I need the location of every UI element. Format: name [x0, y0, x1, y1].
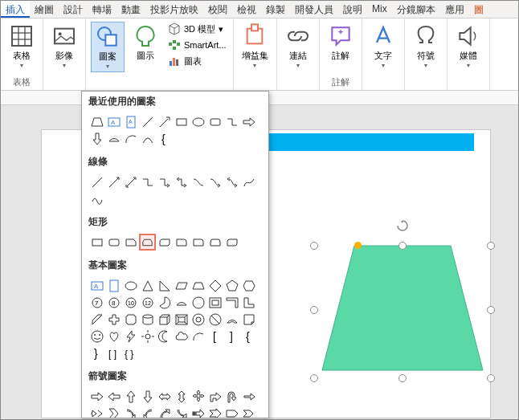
tab-view[interactable]: 檢視	[232, 1, 261, 18]
shape-arrow-notched[interactable]	[206, 405, 223, 418]
shape-arrow-misc3[interactable]	[105, 405, 122, 418]
shape-textbox-v[interactable]	[105, 277, 122, 294]
image-button[interactable]: 影像 ▾	[48, 22, 80, 71]
shape-arrow-left[interactable]	[105, 388, 122, 405]
shape-elbow[interactable]	[139, 173, 156, 190]
shape-line-arrow[interactable]	[105, 173, 122, 190]
smartart-button[interactable]: SmartArt...	[166, 38, 228, 52]
resize-handle[interactable]	[487, 374, 495, 382]
shape-trapezoid[interactable]	[88, 113, 105, 130]
shape-rect[interactable]	[88, 234, 105, 251]
shape-heart[interactable]	[105, 328, 122, 345]
shape-line-double-arrow[interactable]	[122, 173, 139, 190]
shape-arrow-bent[interactable]	[206, 388, 223, 405]
shape-brace-l[interactable]: {	[240, 328, 257, 345]
shapes-button[interactable]: 圖案 ▾	[91, 22, 125, 72]
shape-pentagon[interactable]	[223, 277, 240, 294]
comments-button[interactable]: 註解	[325, 22, 357, 62]
symbols-button[interactable]: 符號 ▾	[410, 22, 442, 71]
shape-curve[interactable]	[139, 130, 156, 147]
shape-pie[interactable]	[156, 294, 173, 311]
shape-arrow-striped[interactable]	[190, 405, 206, 418]
shape-arrow-pentagon[interactable]	[223, 405, 240, 418]
tab-mix[interactable]: Mix	[367, 1, 392, 18]
shape-heptagon[interactable]: 7	[88, 294, 105, 311]
shape-roundrect[interactable]	[206, 113, 223, 130]
media-button[interactable]: 媒體 ▾	[452, 22, 484, 71]
3dmodel-button[interactable]: 3D 模型▾	[166, 22, 228, 36]
shape-textbox[interactable]: A	[105, 113, 122, 130]
shape-snip-diag[interactable]	[156, 234, 173, 251]
shape-can[interactable]	[139, 311, 156, 328]
shape-smiley[interactable]	[88, 328, 105, 345]
chart-button[interactable]: 圖表	[166, 54, 228, 68]
resize-handle[interactable]	[398, 374, 407, 382]
shape-bevel[interactable]	[173, 311, 190, 328]
shape-line[interactable]	[139, 113, 156, 130]
shape-bracket-l[interactable]: [	[206, 328, 223, 345]
shape-scribble[interactable]	[88, 190, 105, 207]
shape-parallelogram[interactable]	[173, 277, 190, 294]
shape-right-triangle[interactable]	[156, 277, 173, 294]
shape-donut[interactable]	[190, 311, 206, 328]
tab-record[interactable]: 錄製	[261, 1, 290, 18]
shape-folded[interactable]	[240, 311, 257, 328]
tables-button[interactable]: 表格 ▾	[6, 22, 38, 71]
shape-frame[interactable]	[206, 294, 223, 311]
shape-snip-same-side[interactable]	[139, 234, 156, 251]
shape-dodecagon[interactable]: 12	[139, 294, 156, 311]
shape-arrow-curved-u[interactable]	[156, 405, 173, 418]
shape-arrow-leftright[interactable]	[156, 388, 173, 405]
shape-round-same[interactable]	[206, 234, 223, 251]
shape-arrow-curved-d[interactable]	[173, 405, 190, 418]
resize-handle[interactable]	[398, 242, 407, 250]
tab-animations[interactable]: 動畫	[116, 1, 145, 18]
shape-half-frame[interactable]	[223, 294, 240, 311]
tab-review[interactable]: 校閱	[203, 1, 232, 18]
tab-storyboard[interactable]: 分鏡腳本	[392, 1, 440, 18]
resize-handle[interactable]	[310, 306, 318, 314]
shape-arc[interactable]	[190, 328, 206, 345]
tab-transitions[interactable]: 轉場	[88, 1, 116, 18]
shape-elbow-double[interactable]	[173, 173, 190, 190]
shape-snip1[interactable]	[122, 234, 139, 251]
resize-handle[interactable]	[310, 242, 318, 250]
shape-line-arrow[interactable]	[156, 113, 173, 130]
shape-arrow-misc2[interactable]	[88, 405, 105, 418]
shape-diamond[interactable]	[206, 277, 223, 294]
text-button[interactable]: 文字 ▾	[367, 22, 399, 71]
shape-oval[interactable]	[122, 277, 139, 294]
shape-rect[interactable]	[173, 113, 190, 130]
shape-arrow-up[interactable]	[122, 388, 139, 405]
shape-arrow-down[interactable]	[139, 388, 156, 405]
shape-curve-connector[interactable]	[190, 173, 206, 190]
shape-brace-pair[interactable]: { }	[122, 345, 139, 361]
shape-octagon[interactable]: 8	[105, 294, 122, 311]
shape-arrow-uturn[interactable]	[223, 388, 240, 405]
shape-teardrop[interactable]	[190, 294, 206, 311]
shape-curve-double[interactable]	[223, 173, 240, 190]
shape-oval[interactable]	[190, 113, 206, 130]
shape-brace[interactable]: {	[156, 130, 173, 147]
shape-arrow-misc[interactable]	[240, 388, 257, 405]
shape-curve-arrow[interactable]	[206, 173, 223, 190]
shape-arrow-down[interactable]	[88, 130, 105, 147]
shape-arc[interactable]	[122, 130, 139, 147]
tab-developer[interactable]: 開發人員	[290, 1, 338, 18]
shape-round-diag[interactable]	[223, 234, 240, 251]
shape-decagon[interactable]: 10	[122, 294, 139, 311]
tab-insert[interactable]: 插入	[1, 1, 30, 18]
shape-arrow-curved-r[interactable]	[122, 405, 139, 418]
tab-overflow[interactable]: 圖	[469, 1, 488, 18]
shape-roundrect[interactable]	[105, 234, 122, 251]
shape-trapezoid[interactable]	[190, 277, 206, 294]
shape-bracket-pair[interactable]: [ ]	[105, 345, 122, 361]
shape-connector[interactable]	[223, 113, 240, 130]
shape-freeform[interactable]	[240, 173, 257, 190]
shape-arrow-right[interactable]	[88, 388, 105, 405]
shape-chord[interactable]	[173, 294, 190, 311]
shape-moon[interactable]	[156, 328, 173, 345]
tab-design[interactable]: 設計	[59, 1, 88, 18]
resize-handle[interactable]	[487, 242, 495, 250]
shape-arrow-quad[interactable]	[190, 388, 206, 405]
